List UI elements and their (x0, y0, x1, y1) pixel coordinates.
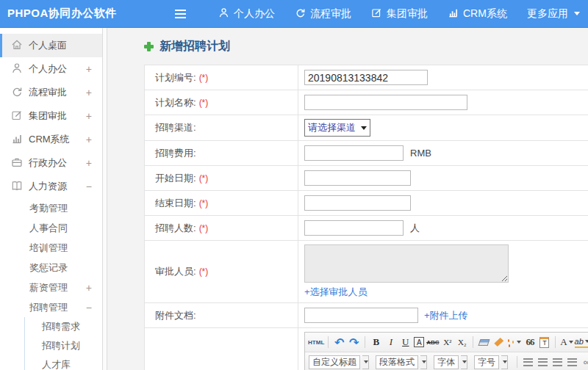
sidebar-item-rewards[interactable]: 奖惩记录 (0, 258, 102, 278)
expand-plus-icon[interactable]: + (86, 87, 92, 98)
underline-button[interactable]: U (399, 335, 412, 349)
sidebar-item-process-approval[interactable]: 流程审批 + (0, 81, 102, 104)
required-marker: (*) (199, 173, 209, 184)
hamburger-menu-icon[interactable] (175, 10, 186, 18)
caret-down-icon[interactable] (420, 355, 427, 369)
sidebar-scrollbar[interactable] (102, 28, 107, 370)
clear-format-broom-icon[interactable] (492, 335, 505, 349)
paragraph-format-select[interactable]: 段落格式 (376, 355, 418, 369)
headcount-input[interactable] (304, 220, 404, 236)
attachment-upload-link[interactable]: +附件上传 (424, 310, 468, 321)
app-logo: PHPOA协同办公软件 (0, 7, 131, 21)
person-icon (218, 7, 229, 21)
undo-icon[interactable]: ↶ (333, 335, 345, 349)
sidebar-item-recruit-mgmt[interactable]: 招聘管理 − (0, 297, 102, 317)
sidebar-item-talent-pool[interactable]: 人才库 (25, 355, 102, 370)
sidebar-item-label: 人力资源 (29, 180, 67, 193)
redo-icon[interactable]: ↷ (348, 335, 360, 349)
topnav-process-approval[interactable]: 流程审批 (295, 7, 351, 21)
sidebar-item-recruit-plan[interactable]: 招聘计划 (25, 336, 102, 355)
required-marker: (*) (199, 223, 209, 233)
sidebar-item-crm[interactable]: CRM系统 + (0, 128, 102, 151)
caret-down-icon[interactable] (501, 355, 508, 369)
highlight-color-button[interactable]: ab (575, 337, 588, 348)
sidebar-item-admin-office[interactable]: 行政办公 + (0, 151, 102, 175)
sidebar-subitem-label: 招聘管理 (29, 301, 68, 314)
topnav-more-apps[interactable]: 更多应用 (527, 7, 580, 21)
form-row-attachment: 附件文档: +附件上传 (145, 303, 588, 328)
edit-square-icon (11, 109, 29, 123)
start-date-input[interactable] (304, 170, 411, 186)
caret-down-icon[interactable] (362, 355, 369, 369)
topnav-group-approval[interactable]: 集团审批 (371, 7, 428, 21)
blockquote-button[interactable]: 66 (523, 335, 536, 349)
sidebar-item-attendance[interactable]: 考勤管理 (0, 198, 102, 218)
sidebar-item-personal-office[interactable]: 个人办公 + (0, 57, 102, 81)
sidebar-item-personal-desktop[interactable]: 个人桌面 (0, 34, 102, 57)
align-right-icon[interactable] (551, 355, 564, 369)
cost-input[interactable] (304, 145, 404, 161)
plan-number-input[interactable] (304, 70, 428, 85)
expand-plus-icon[interactable]: + (86, 63, 92, 75)
topnav-label: CRM系统 (463, 7, 507, 21)
briefcase-icon (11, 156, 29, 170)
editor-toolbar-row1: HTML ↶ ↷ B I U A ABC X² X₂ (305, 333, 588, 352)
approvers-textarea[interactable] (304, 244, 509, 283)
format-painter-icon[interactable] (507, 335, 521, 349)
end-date-input[interactable] (304, 195, 411, 211)
collapse-minus-icon[interactable]: − (86, 181, 92, 192)
html-source-button[interactable]: HTML (309, 335, 323, 349)
form-row-plan-name: 计划名称:(*) (145, 90, 588, 115)
form-row-start-date: 开始日期:(*) (145, 166, 588, 191)
form-row-plan-number: 计划编号:(*) (145, 65, 588, 90)
align-center-icon[interactable] (537, 355, 549, 369)
expand-plus-icon[interactable]: + (86, 157, 92, 169)
attachment-input[interactable] (304, 308, 418, 323)
sidebar-item-label: CRM系统 (29, 133, 70, 146)
sidebar: 个人桌面 个人办公 + 流程审批 + 集团审批 + CRM系统 + 行政办公 + (0, 28, 102, 370)
topnav-personal-office[interactable]: 个人办公 (218, 7, 275, 21)
font-size-select[interactable]: 字号 (474, 355, 499, 369)
bold-button[interactable]: B (370, 335, 382, 349)
sidebar-item-hr-contract[interactable]: 人事合同 (0, 218, 102, 238)
field-label: 计划名称: (155, 97, 196, 108)
collapse-minus-icon[interactable]: − (86, 302, 92, 313)
align-left-icon[interactable] (522, 355, 534, 369)
expand-plus-icon[interactable]: + (86, 134, 92, 145)
sidebar-subitem-label: 奖惩记录 (29, 261, 68, 275)
custom-title-select[interactable]: 自定义标题 (309, 355, 360, 369)
caret-down-icon (574, 12, 580, 15)
sidebar-item-recruit-demand[interactable]: 招聘需求 (25, 317, 102, 336)
caret-down-icon[interactable] (461, 355, 467, 369)
superscript-button[interactable]: X² (441, 335, 453, 349)
expand-plus-icon[interactable]: + (86, 110, 92, 122)
form-row-headcount: 招聘人数:(*) 人 (145, 216, 588, 241)
choose-approvers-link[interactable]: +选择审批人员 (304, 286, 368, 299)
sidebar-item-hr[interactable]: 人力资源 − (0, 175, 102, 198)
strikethrough-button[interactable]: ABC (426, 335, 439, 349)
recruit-plan-form: 计划编号:(*) 计划名称:(*) 招聘渠道: 请选择渠道 招聘费用: RMB (144, 65, 588, 370)
paste-text-icon[interactable]: T (538, 335, 551, 349)
sidebar-subitem-label: 薪资管理 (29, 281, 68, 294)
font-color-button[interactable]: A (560, 335, 573, 349)
topnav-label: 个人办公 (234, 7, 275, 21)
channel-select[interactable]: 请选择渠道 (304, 119, 370, 137)
italic-button[interactable]: I (384, 335, 397, 349)
eraser-icon[interactable] (478, 335, 490, 349)
font-family-select[interactable]: 字体 (434, 355, 459, 369)
topnav-label: 集团审批 (387, 7, 428, 21)
sidebar-item-salary[interactable]: 薪资管理 + (0, 278, 102, 297)
topnav-crm-system[interactable]: CRM系统 (448, 7, 507, 21)
align-justify-icon[interactable] (566, 355, 578, 369)
insert-link-icon[interactable]: ∞ (581, 355, 588, 369)
sidebar-item-label: 个人桌面 (29, 39, 67, 52)
home-icon (11, 39, 29, 53)
subscript-button[interactable]: X₂ (456, 335, 468, 349)
autotypeset-button[interactable]: A (414, 337, 424, 347)
sidebar-subitem-label: 招聘计划 (42, 339, 80, 352)
sidebar-item-label: 集团审批 (29, 109, 67, 123)
plan-name-input[interactable] (304, 95, 467, 110)
sidebar-item-training[interactable]: 培训管理 (0, 238, 102, 258)
sidebar-item-group-approval[interactable]: 集团审批 + (0, 104, 102, 128)
expand-plus-icon[interactable]: + (86, 282, 92, 294)
